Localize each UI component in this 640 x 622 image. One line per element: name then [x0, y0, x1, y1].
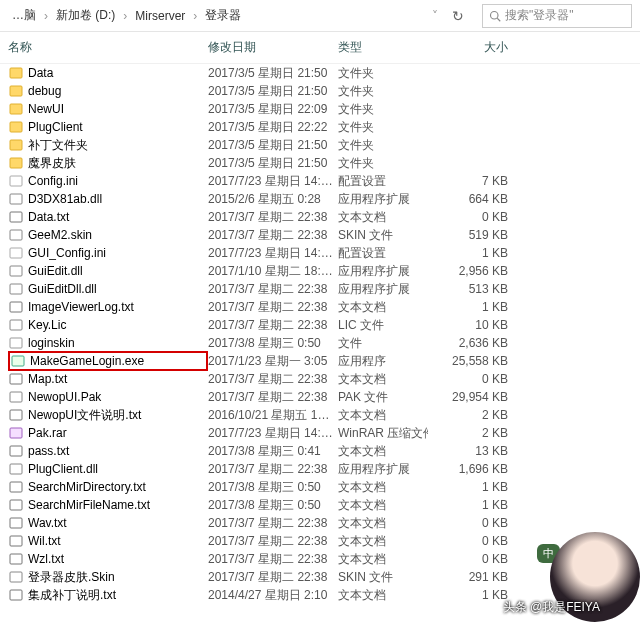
- file-name: NewopUI.Pak: [28, 390, 101, 404]
- file-row[interactable]: SearchMirDirectory.txt2017/3/8 星期三 0:50文…: [0, 478, 640, 496]
- file-row[interactable]: PlugClient.dll2017/3/7 星期二 22:38应用程序扩展1,…: [0, 460, 640, 478]
- svg-rect-19: [10, 374, 22, 384]
- svg-rect-11: [10, 230, 22, 240]
- file-row[interactable]: Config.ini2017/7/23 星期日 14:…配置设置7 KB: [0, 172, 640, 190]
- column-headers: 名称 修改日期 类型 大小: [0, 32, 640, 64]
- breadcrumb-seg-pc[interactable]: …脑: [12, 7, 36, 24]
- file-row[interactable]: GUI_Config.ini2017/7/23 星期日 14:…配置设置1 KB: [0, 244, 640, 262]
- file-row[interactable]: NewopUI.Pak2017/3/7 星期二 22:38PAK 文件29,95…: [0, 388, 640, 406]
- file-type: 文件夹: [338, 65, 428, 82]
- file-row[interactable]: Wav.txt2017/3/7 星期二 22:38文本文档0 KB: [0, 514, 640, 532]
- file-name: Key.Lic: [28, 318, 66, 332]
- refresh-icon[interactable]: ↻: [446, 8, 470, 24]
- file-row[interactable]: 魔界皮肤2017/3/5 星期日 21:50文件夹: [0, 154, 640, 172]
- svg-rect-15: [10, 302, 22, 312]
- file-size: 0 KB: [428, 210, 508, 224]
- svg-line-1: [497, 18, 500, 21]
- file-type: 文本文档: [338, 587, 428, 604]
- file-type: 文件夹: [338, 83, 428, 100]
- file-size: 1 KB: [428, 498, 508, 512]
- folder-icon: [8, 155, 24, 171]
- svg-rect-6: [10, 140, 22, 150]
- file-date: 2017/3/7 星期二 22:38: [208, 569, 338, 586]
- file-date: 2017/3/8 星期三 0:50: [208, 479, 338, 496]
- file-date: 2017/7/23 星期日 14:…: [208, 245, 338, 262]
- file-row[interactable]: 补丁文件夹2017/3/5 星期日 21:50文件夹: [0, 136, 640, 154]
- txt-icon: [8, 443, 24, 459]
- file-row[interactable]: Wzl.txt2017/3/7 星期二 22:38文本文档0 KB: [0, 550, 640, 568]
- txt-icon: [8, 587, 24, 603]
- file-date: 2017/3/7 星期二 22:38: [208, 317, 338, 334]
- file-icon: [8, 335, 24, 351]
- txt-icon: [8, 407, 24, 423]
- rar-icon: [8, 425, 24, 441]
- header-date[interactable]: 修改日期: [208, 39, 338, 56]
- file-list[interactable]: Data2017/3/5 星期日 21:50文件夹debug2017/3/5 星…: [0, 64, 640, 604]
- pak-icon: [8, 389, 24, 405]
- file-size: 0 KB: [428, 552, 508, 566]
- file-row[interactable]: loginskin2017/3/8 星期三 0:50文件2,636 KB: [0, 334, 640, 352]
- file-row[interactable]: 登录器皮肤.Skin2017/3/7 星期二 22:38SKIN 文件291 K…: [0, 568, 640, 586]
- file-row[interactable]: Wil.txt2017/3/7 星期二 22:38文本文档0 KB: [0, 532, 640, 550]
- breadcrumb-seg-drive[interactable]: 新加卷 (D:): [56, 7, 115, 24]
- skin-icon: [8, 227, 24, 243]
- file-date: 2017/1/10 星期二 18:…: [208, 263, 338, 280]
- file-row[interactable]: pass.txt2017/3/8 星期三 0:41文本文档13 KB: [0, 442, 640, 460]
- file-row[interactable]: D3DX81ab.dll2015/2/6 星期五 0:28应用程序扩展664 K…: [0, 190, 640, 208]
- file-date: 2017/3/7 星期二 22:38: [208, 389, 338, 406]
- file-date: 2015/2/6 星期五 0:28: [208, 191, 338, 208]
- header-type[interactable]: 类型: [338, 39, 428, 56]
- file-type: 文件夹: [338, 101, 428, 118]
- txt-icon: [8, 533, 24, 549]
- file-type: 应用程序扩展: [338, 281, 428, 298]
- breadcrumb-seg-folder1[interactable]: Mirserver: [135, 9, 185, 23]
- file-row[interactable]: Data.txt2017/3/7 星期二 22:38文本文档0 KB: [0, 208, 640, 226]
- file-row[interactable]: Pak.rar2017/7/23 星期日 14:…WinRAR 压缩文件2 KB: [0, 424, 640, 442]
- file-type: SKIN 文件: [338, 227, 428, 244]
- file-date: 2017/3/7 星期二 22:38: [208, 551, 338, 568]
- header-size[interactable]: 大小: [428, 39, 508, 56]
- file-type: 配置设置: [338, 245, 428, 262]
- file-row[interactable]: Data2017/3/5 星期日 21:50文件夹: [0, 64, 640, 82]
- file-name: 补丁文件夹: [28, 137, 88, 154]
- file-date: 2016/10/21 星期五 1…: [208, 407, 338, 424]
- svg-rect-17: [10, 338, 22, 348]
- file-type: WinRAR 压缩文件: [338, 425, 428, 442]
- file-row[interactable]: NewUI2017/3/5 星期日 22:09文件夹: [0, 100, 640, 118]
- file-date: 2017/3/7 星期二 22:38: [208, 227, 338, 244]
- file-row[interactable]: 集成补丁说明.txt2014/4/27 星期日 2:10文本文档1 KB: [0, 586, 640, 604]
- file-type: 文本文档: [338, 299, 428, 316]
- file-row[interactable]: GuiEdit.dll2017/1/10 星期二 18:…应用程序扩展2,956…: [0, 262, 640, 280]
- file-name: GuiEditDll.dll: [28, 282, 97, 296]
- folder-icon: [8, 65, 24, 81]
- file-size: 1 KB: [428, 480, 508, 494]
- txt-icon: [8, 497, 24, 513]
- file-row[interactable]: SearchMirFileName.txt2017/3/8 星期三 0:50文本…: [0, 496, 640, 514]
- file-date: 2017/3/7 星期二 22:38: [208, 515, 338, 532]
- svg-rect-30: [10, 572, 22, 582]
- lic-icon: [8, 317, 24, 333]
- breadcrumb[interactable]: …脑 新加卷 (D:) Mirserver 登录器: [8, 4, 424, 28]
- breadcrumb-seg-folder2[interactable]: 登录器: [205, 7, 241, 24]
- file-row[interactable]: ImageViewerLog.txt2017/3/7 星期二 22:38文本文档…: [0, 298, 640, 316]
- file-size: 1 KB: [428, 300, 508, 314]
- file-row[interactable]: GeeM2.skin2017/3/7 星期二 22:38SKIN 文件519 K…: [0, 226, 640, 244]
- file-row[interactable]: NewopUI文件说明.txt2016/10/21 星期五 1…文本文档2 KB: [0, 406, 640, 424]
- file-row[interactable]: PlugClient2017/3/5 星期日 22:22文件夹: [0, 118, 640, 136]
- svg-rect-22: [10, 428, 22, 438]
- file-row[interactable]: MakeGameLogin.exe2017/1/23 星期一 3:05应用程序2…: [0, 352, 640, 370]
- file-date: 2017/3/7 星期二 22:38: [208, 281, 338, 298]
- file-name: GeeM2.skin: [28, 228, 92, 242]
- file-row[interactable]: GuiEditDll.dll2017/3/7 星期二 22:38应用程序扩展51…: [0, 280, 640, 298]
- file-name: PlugClient: [28, 120, 83, 134]
- file-size: 13 KB: [428, 444, 508, 458]
- file-row[interactable]: Map.txt2017/3/7 星期二 22:38文本文档0 KB: [0, 370, 640, 388]
- toolbar: …脑 新加卷 (D:) Mirserver 登录器 ˅ ↻ 搜索"登录器": [0, 0, 640, 32]
- search-input[interactable]: 搜索"登录器": [482, 4, 632, 28]
- file-type: 文本文档: [338, 497, 428, 514]
- file-row[interactable]: debug2017/3/5 星期日 21:50文件夹: [0, 82, 640, 100]
- file-date: 2017/7/23 星期日 14:…: [208, 173, 338, 190]
- header-name[interactable]: 名称: [8, 39, 208, 56]
- history-dropdown-icon[interactable]: ˅: [432, 9, 438, 23]
- file-row[interactable]: Key.Lic2017/3/7 星期二 22:38LIC 文件10 KB: [0, 316, 640, 334]
